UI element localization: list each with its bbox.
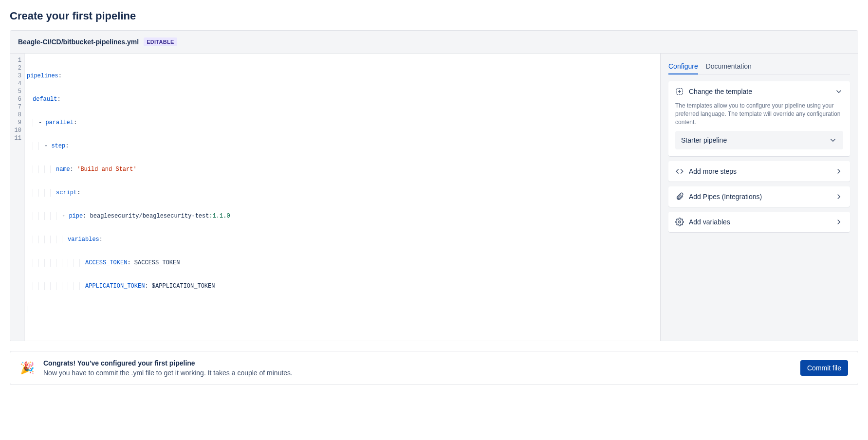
add-pipes-label: Add Pipes (Integrations): [689, 193, 830, 201]
chevron-down-icon: [829, 136, 837, 145]
chevron-down-icon: [834, 87, 843, 96]
template-selected-value: Starter pipeline: [681, 136, 727, 144]
panel-header: Beagle-CI/CD/bitbucket-pipelines.yml EDI…: [10, 31, 858, 54]
template-dropdown[interactable]: Starter pipeline: [675, 131, 843, 149]
add-variables-card: Add variables: [668, 212, 850, 232]
code-icon: [675, 167, 684, 176]
chevron-right-icon: [834, 167, 843, 176]
add-pipes-card: Add Pipes (Integrations): [668, 186, 850, 207]
add-variables-header[interactable]: Add variables: [668, 212, 850, 232]
congrats-title: Congrats! You've configured your first p…: [43, 359, 792, 367]
pipeline-editor-panel: Beagle-CI/CD/bitbucket-pipelines.yml EDI…: [10, 30, 858, 341]
attachment-icon: [675, 192, 684, 201]
configure-sidebar: Configure Documentation Change the templ…: [661, 54, 858, 341]
add-variables-label: Add variables: [689, 218, 830, 226]
line-number-gutter: 1 2 3 4 5 6 7 8 9 10 11: [10, 54, 25, 341]
add-pipes-header[interactable]: Add Pipes (Integrations): [668, 186, 850, 207]
tab-configure[interactable]: Configure: [668, 59, 698, 74]
sidebar-tabs: Configure Documentation: [668, 59, 850, 74]
party-popper-icon: 🎉: [20, 361, 35, 375]
change-template-label: Change the template: [689, 88, 830, 95]
chevron-right-icon: [834, 218, 843, 226]
congrats-panel: 🎉 Congrats! You've configured your first…: [10, 351, 858, 385]
code-editor[interactable]: 1 2 3 4 5 6 7 8 9 10 11 pipelines: defau…: [10, 54, 661, 341]
page-title: Create your first pipeline: [10, 10, 858, 22]
template-icon: [675, 87, 684, 96]
add-steps-header[interactable]: Add more steps: [668, 161, 850, 182]
file-path: Beagle-CI/CD/bitbucket-pipelines.yml: [18, 38, 139, 46]
code-content[interactable]: pipelines: default: - parallel: - step: …: [25, 54, 660, 341]
add-steps-card: Add more steps: [668, 161, 850, 182]
gear-icon: [675, 218, 684, 226]
change-template-header[interactable]: Change the template: [668, 81, 850, 102]
commit-file-button[interactable]: Commit file: [800, 360, 848, 376]
congrats-description: Now you have to commit the .yml file to …: [43, 369, 792, 377]
svg-point-3: [679, 221, 681, 223]
change-template-description: The templates allow you to configure you…: [675, 102, 843, 126]
tab-documentation[interactable]: Documentation: [706, 59, 752, 74]
add-steps-label: Add more steps: [689, 167, 830, 175]
change-template-card: Change the template The templates allow …: [668, 81, 850, 156]
editable-badge: EDITABLE: [144, 37, 177, 46]
chevron-right-icon: [834, 192, 843, 201]
